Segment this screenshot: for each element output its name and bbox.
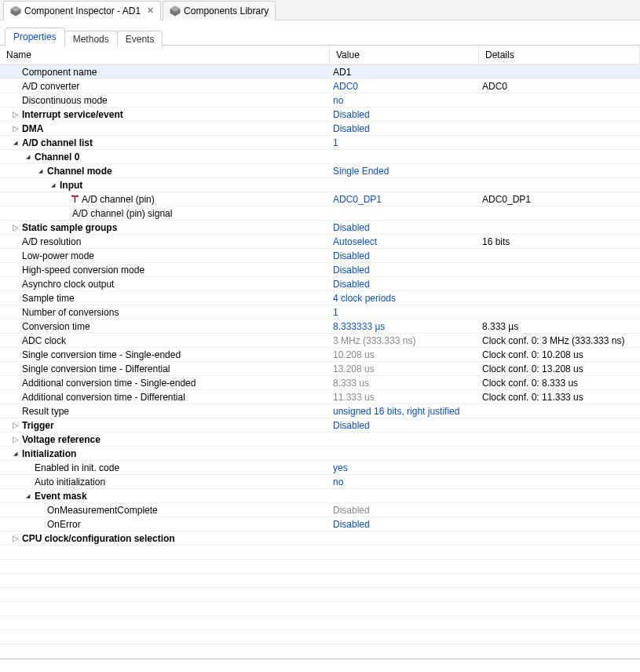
property-value[interactable]: [330, 206, 479, 220]
property-name-cell[interactable]: ◢Channel 0: [0, 150, 330, 163]
property-name-cell[interactable]: Result type: [0, 404, 330, 418]
table-row[interactable]: ◢Channel 0: [0, 150, 640, 164]
property-value[interactable]: 4 clock periods: [330, 291, 479, 305]
chevron-down-icon[interactable]: ◢: [25, 152, 31, 162]
property-value[interactable]: [330, 178, 479, 192]
table-row[interactable]: ▷Interrupt service/eventDisabled: [0, 108, 640, 122]
property-value[interactable]: [330, 447, 479, 460]
property-name-cell[interactable]: Sample time: [0, 291, 330, 305]
property-value[interactable]: Disabled: [330, 122, 479, 135]
chevron-right-icon[interactable]: ▷: [11, 108, 20, 121]
chevron-down-icon[interactable]: ◢: [25, 491, 31, 501]
property-name-cell[interactable]: ◢A/D channel list: [0, 136, 330, 149]
property-name-cell[interactable]: OnMeasurementComplete: [0, 503, 330, 517]
tab-components-library[interactable]: Components Library: [163, 1, 276, 20]
property-name-cell[interactable]: Auto initialization: [0, 475, 330, 488]
chevron-right-icon[interactable]: ▷: [11, 122, 20, 135]
property-value[interactable]: 11.333 us: [330, 390, 479, 404]
table-row[interactable]: OnErrorDisabled: [0, 517, 640, 531]
property-value[interactable]: no: [330, 475, 479, 488]
property-value[interactable]: ADC0_DP1: [330, 192, 479, 206]
property-value[interactable]: Disabled: [330, 418, 479, 432]
property-value[interactable]: Disabled: [330, 263, 479, 276]
property-value[interactable]: unsigned 16 bits, right justified: [330, 404, 479, 418]
table-row[interactable]: Conversion time8.333333 µs8.333 µs: [0, 320, 640, 334]
table-row[interactable]: A/D converterADC0ADC0: [0, 79, 640, 93]
property-name-cell[interactable]: ▷Voltage reference: [0, 433, 330, 446]
chevron-down-icon[interactable]: ◢: [38, 166, 44, 176]
property-value[interactable]: Single Ended: [330, 164, 479, 177]
table-row[interactable]: Enabled in init. codeyes: [0, 461, 640, 475]
chevron-right-icon[interactable]: ▷: [11, 433, 20, 446]
property-value[interactable]: 1: [330, 305, 479, 319]
table-row[interactable]: ▷Voltage reference: [0, 433, 640, 447]
property-value[interactable]: [330, 489, 479, 502]
property-name-cell[interactable]: Discontinuous mode: [0, 93, 330, 107]
property-value[interactable]: Autoselect: [330, 235, 479, 248]
property-value[interactable]: 8.333 us: [330, 376, 479, 389]
table-row[interactable]: Additional conversion time - Single-ende…: [0, 376, 640, 390]
column-value[interactable]: Value: [330, 46, 479, 64]
table-row[interactable]: ◢A/D channel list1: [0, 136, 640, 150]
chevron-right-icon[interactable]: ▷: [11, 221, 20, 234]
property-name-cell[interactable]: ▷Interrupt service/event: [0, 108, 330, 121]
chevron-down-icon[interactable]: ◢: [50, 180, 57, 190]
property-value[interactable]: Disabled: [330, 221, 479, 234]
property-value[interactable]: no: [330, 93, 479, 107]
table-row[interactable]: Low-power modeDisabled: [0, 249, 640, 263]
property-name-cell[interactable]: ▷DMA: [0, 122, 330, 135]
close-icon[interactable]: ✕: [147, 5, 154, 16]
column-name[interactable]: Name: [0, 46, 330, 64]
property-name-cell[interactable]: Asynchro clock output: [0, 277, 330, 290]
property-name-cell[interactable]: ◢Initialization: [0, 447, 330, 460]
property-value[interactable]: ADC0: [330, 79, 479, 93]
property-name-cell[interactable]: ◢Event mask: [0, 489, 330, 502]
property-value[interactable]: 10.208 us: [330, 348, 479, 361]
property-name-cell[interactable]: Additional conversion time - Single-ende…: [0, 376, 330, 389]
table-row[interactable]: Discontinuous modeno: [0, 93, 640, 108]
tab-methods[interactable]: Methods: [64, 31, 118, 47]
property-value[interactable]: 13.208 us: [330, 362, 479, 375]
table-row[interactable]: ▷DMADisabled: [0, 122, 640, 136]
table-row[interactable]: OnMeasurementCompleteDisabled: [0, 503, 640, 517]
property-name-cell[interactable]: A/D converter: [0, 79, 330, 93]
table-row[interactable]: Component nameAD1: [0, 65, 640, 79]
chevron-right-icon[interactable]: ▷: [11, 418, 20, 432]
property-name-cell[interactable]: ▷Static sample groups: [0, 221, 330, 234]
property-name-cell[interactable]: Enabled in init. code: [0, 461, 330, 474]
property-value[interactable]: [330, 531, 479, 545]
property-value[interactable]: 3 MHz (333.333 ns): [330, 334, 479, 347]
property-value[interactable]: Disabled: [330, 249, 479, 262]
property-name-cell[interactable]: A/D resolution: [0, 235, 330, 248]
table-row[interactable]: ADC clock3 MHz (333.333 ns)Clock conf. 0…: [0, 334, 640, 348]
property-name-cell[interactable]: High-speed conversion mode: [0, 263, 330, 276]
property-name-cell[interactable]: ◢Input: [0, 178, 330, 192]
table-row[interactable]: ▷CPU clock/configuration selection: [0, 531, 640, 546]
property-name-cell[interactable]: A/D channel (pin): [0, 192, 330, 206]
property-name-cell[interactable]: Conversion time: [0, 320, 330, 333]
property-value[interactable]: 8.333333 µs: [330, 320, 479, 333]
property-name-cell[interactable]: ▷Trigger: [0, 418, 330, 432]
property-name-cell[interactable]: Number of conversions: [0, 305, 330, 319]
table-row[interactable]: High-speed conversion modeDisabled: [0, 263, 640, 277]
property-value[interactable]: [330, 150, 479, 163]
table-row[interactable]: ▷Static sample groupsDisabled: [0, 221, 640, 235]
property-name-cell[interactable]: Low-power mode: [0, 249, 330, 262]
table-row[interactable]: Single conversion time - Differential13.…: [0, 362, 640, 376]
property-value[interactable]: Disabled: [330, 503, 479, 517]
table-row[interactable]: ◢Channel modeSingle Ended: [0, 164, 640, 178]
table-row[interactable]: ◢Event mask: [0, 489, 640, 503]
property-name-cell[interactable]: Single conversion time - Single-ended: [0, 348, 330, 361]
property-name-cell[interactable]: ◢Channel mode: [0, 164, 330, 177]
property-name-cell[interactable]: Additional conversion time - Differentia…: [0, 390, 330, 404]
tab-events[interactable]: Events: [117, 31, 163, 47]
tab-component-inspector[interactable]: Component Inspector - AD1 ✕: [3, 1, 161, 20]
property-value[interactable]: [330, 433, 479, 446]
table-row[interactable]: Single conversion time - Single-ended10.…: [0, 348, 640, 362]
property-name-cell[interactable]: Single conversion time - Differential: [0, 362, 330, 375]
tab-properties[interactable]: Properties: [5, 27, 65, 46]
table-row[interactable]: ▷TriggerDisabled: [0, 418, 640, 433]
property-value[interactable]: yes: [330, 461, 479, 474]
table-row[interactable]: Additional conversion time - Differentia…: [0, 390, 640, 404]
property-name-cell[interactable]: Component name: [0, 65, 330, 79]
